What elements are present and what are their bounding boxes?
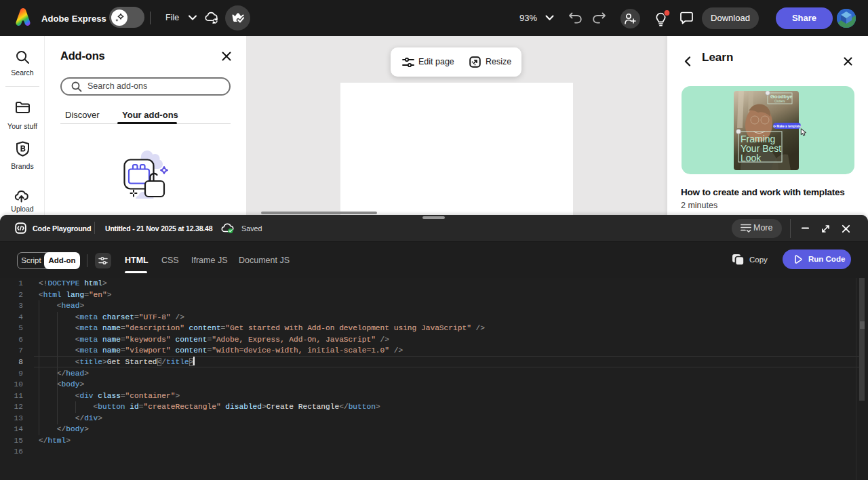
svg-text:Clutters: Clutters [774,100,785,103]
svg-text:Goodbye: Goodbye [770,94,793,100]
svg-text:Look: Look [741,153,762,163]
